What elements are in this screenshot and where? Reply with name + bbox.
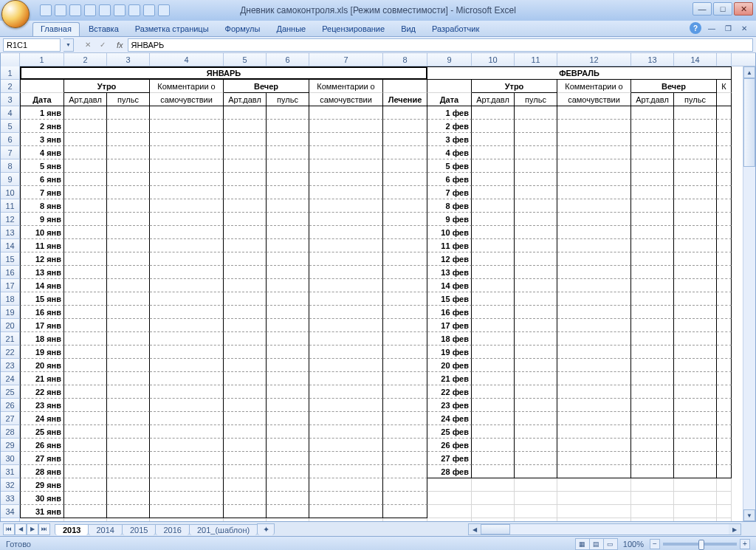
cell[interactable]: 18 фев bbox=[427, 332, 472, 346]
cell[interactable] bbox=[515, 306, 557, 319]
row-header[interactable]: 29 bbox=[1, 439, 20, 452]
cell[interactable] bbox=[717, 266, 732, 279]
month-header-january[interactable]: ЯНВАРЬ bbox=[20, 66, 427, 80]
cell[interactable] bbox=[224, 120, 267, 133]
cell[interactable]: Арт.давл bbox=[472, 93, 515, 106]
cell[interactable] bbox=[717, 226, 732, 239]
cell[interactable] bbox=[267, 372, 309, 385]
cell[interactable] bbox=[309, 452, 383, 465]
cell[interactable]: Утро bbox=[472, 80, 557, 93]
cell[interactable] bbox=[515, 239, 557, 252]
cell[interactable]: 4 фев bbox=[427, 146, 472, 159]
cell[interactable]: 16 фев bbox=[427, 306, 472, 319]
cell[interactable] bbox=[64, 412, 107, 425]
cell[interactable] bbox=[267, 199, 309, 213]
cell[interactable] bbox=[557, 159, 631, 173]
cell[interactable] bbox=[107, 266, 150, 279]
cell[interactable] bbox=[383, 359, 427, 372]
cell[interactable] bbox=[64, 213, 107, 226]
cell[interactable] bbox=[557, 425, 631, 439]
cell[interactable] bbox=[674, 372, 717, 385]
cell[interactable] bbox=[267, 213, 309, 226]
cell[interactable] bbox=[717, 186, 732, 199]
cell[interactable]: Комментарии о bbox=[557, 80, 631, 93]
cell[interactable] bbox=[557, 452, 631, 465]
cell[interactable] bbox=[472, 478, 515, 492]
cell[interactable] bbox=[150, 465, 224, 478]
cell[interactable] bbox=[427, 505, 472, 518]
cell[interactable] bbox=[472, 492, 515, 505]
cell[interactable] bbox=[427, 478, 472, 492]
cell[interactable] bbox=[557, 465, 631, 478]
cell[interactable] bbox=[64, 186, 107, 199]
cell[interactable] bbox=[107, 505, 150, 518]
cell[interactable] bbox=[150, 372, 224, 385]
scroll-left-icon[interactable]: ◀ bbox=[469, 524, 481, 534]
cell[interactable] bbox=[631, 266, 674, 279]
cell[interactable] bbox=[557, 252, 631, 266]
cell[interactable] bbox=[150, 492, 224, 505]
cell[interactable] bbox=[383, 146, 427, 159]
zoom-slider[interactable] bbox=[663, 543, 737, 546]
cell[interactable] bbox=[557, 213, 631, 226]
cell[interactable] bbox=[309, 173, 383, 186]
cell[interactable] bbox=[515, 120, 557, 133]
cell[interactable] bbox=[515, 106, 557, 120]
cell[interactable] bbox=[472, 239, 515, 252]
cell[interactable]: 9 янв bbox=[20, 213, 64, 226]
cell[interactable] bbox=[309, 146, 383, 159]
zoom-out-button[interactable]: − bbox=[650, 539, 660, 549]
cell[interactable] bbox=[150, 279, 224, 292]
cell[interactable] bbox=[64, 252, 107, 266]
month-header-february[interactable]: ФЕВРАЛЬ bbox=[427, 66, 732, 80]
cell[interactable] bbox=[150, 239, 224, 252]
doc-restore-icon[interactable]: ❐ bbox=[722, 22, 734, 34]
cell[interactable] bbox=[309, 319, 383, 332]
cell[interactable] bbox=[150, 439, 224, 452]
cell[interactable] bbox=[224, 372, 267, 385]
cell[interactable]: 28 янв bbox=[20, 465, 64, 478]
cell[interactable] bbox=[557, 385, 631, 399]
cell[interactable] bbox=[631, 173, 674, 186]
cell[interactable] bbox=[224, 478, 267, 492]
cell[interactable] bbox=[383, 425, 427, 439]
cell[interactable] bbox=[631, 505, 674, 518]
cell[interactable]: 17 фев bbox=[427, 319, 472, 332]
cell[interactable] bbox=[309, 106, 383, 120]
cell[interactable] bbox=[267, 346, 309, 359]
cell[interactable]: 21 фев bbox=[427, 372, 472, 385]
cell[interactable] bbox=[515, 332, 557, 346]
cell[interactable] bbox=[224, 452, 267, 465]
cell[interactable] bbox=[267, 266, 309, 279]
cell[interactable] bbox=[557, 239, 631, 252]
cell[interactable]: 30 янв bbox=[20, 492, 64, 505]
cell[interactable] bbox=[224, 412, 267, 425]
sheet-tab[interactable]: 201_(шаблон) bbox=[189, 524, 258, 535]
cell[interactable] bbox=[717, 332, 732, 346]
cell[interactable] bbox=[515, 186, 557, 199]
cell[interactable] bbox=[267, 452, 309, 465]
cell[interactable] bbox=[309, 359, 383, 372]
ribbon-tab-formulas[interactable]: Формулы bbox=[218, 23, 268, 36]
cell[interactable] bbox=[309, 226, 383, 239]
qat-redo-icon[interactable] bbox=[69, 4, 81, 16]
cell[interactable] bbox=[472, 359, 515, 372]
col-header[interactable]: 14 bbox=[674, 53, 717, 66]
cell[interactable] bbox=[309, 159, 383, 173]
cell[interactable] bbox=[674, 412, 717, 425]
cell[interactable]: самочувствии bbox=[309, 93, 383, 106]
cell[interactable] bbox=[107, 359, 150, 372]
cell[interactable] bbox=[472, 319, 515, 332]
cell[interactable]: 7 янв bbox=[20, 186, 64, 199]
cell[interactable] bbox=[674, 106, 717, 120]
cell[interactable] bbox=[107, 319, 150, 332]
cell[interactable] bbox=[267, 385, 309, 399]
zoom-in-button[interactable]: + bbox=[740, 539, 750, 549]
cell[interactable]: Дата bbox=[20, 93, 64, 106]
cell[interactable] bbox=[631, 346, 674, 359]
cell[interactable] bbox=[309, 372, 383, 385]
cell[interactable] bbox=[674, 173, 717, 186]
cell[interactable] bbox=[674, 492, 717, 505]
row-header[interactable]: 24 bbox=[1, 372, 20, 385]
maximize-button[interactable]: □ bbox=[713, 2, 732, 16]
